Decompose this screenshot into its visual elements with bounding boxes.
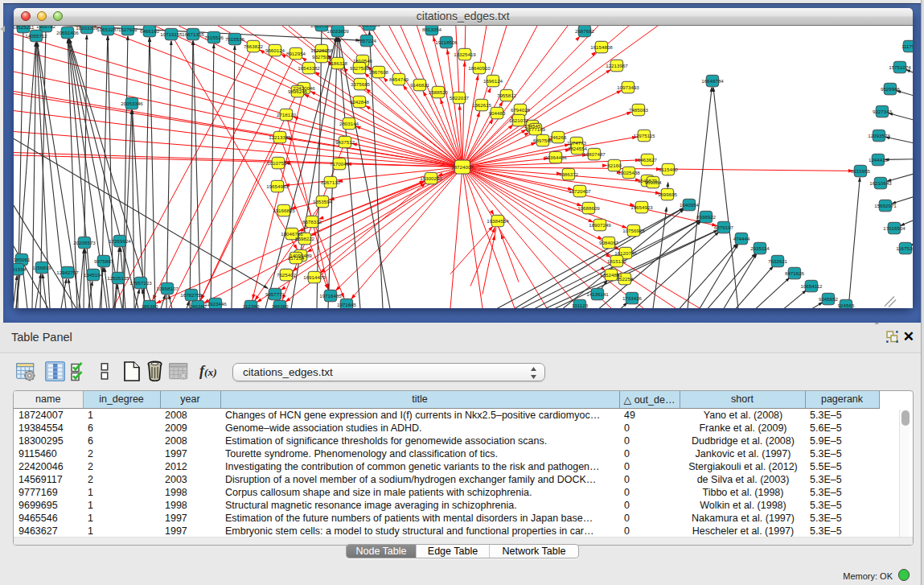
svg-text:9699695: 9699695 bbox=[658, 191, 678, 196]
svg-text:8471626: 8471626 bbox=[785, 270, 805, 275]
svg-text:17957223: 17957223 bbox=[129, 279, 152, 285]
svg-text:9975887: 9975887 bbox=[94, 257, 114, 263]
svg-text:8454749: 8454749 bbox=[389, 76, 409, 81]
svg-text:18907249: 18907249 bbox=[589, 221, 611, 227]
svg-text:252254: 252254 bbox=[617, 275, 634, 281]
svg-text:10025438: 10025438 bbox=[618, 169, 640, 175]
svg-text:19166825: 19166825 bbox=[273, 207, 295, 212]
svg-text:1909782: 1909782 bbox=[36, 26, 56, 29]
svg-text:9115460: 9115460 bbox=[659, 166, 678, 171]
svg-text:9146821: 9146821 bbox=[410, 81, 430, 87]
svg-text:7955812: 7955812 bbox=[497, 92, 517, 97]
svg-text:19654983: 19654983 bbox=[266, 183, 289, 188]
svg-text:16671355: 16671355 bbox=[182, 31, 204, 36]
svg-text:2687682: 2687682 bbox=[575, 27, 595, 33]
svg-text:7170046: 7170046 bbox=[330, 160, 350, 166]
svg-text:7663822: 7663822 bbox=[244, 43, 264, 48]
svg-text:1810546: 1810546 bbox=[353, 57, 373, 63]
svg-text:1733426: 1733426 bbox=[622, 295, 643, 300]
svg-text:62160: 62160 bbox=[607, 162, 622, 167]
svg-text:12923446: 12923446 bbox=[204, 300, 227, 306]
svg-text:9437512: 9437512 bbox=[335, 138, 355, 144]
svg-text:1362615: 1362615 bbox=[472, 101, 492, 107]
svg-text:12093573: 12093573 bbox=[868, 132, 890, 138]
svg-text:18203309: 18203309 bbox=[76, 26, 98, 31]
svg-text:8813054: 8813054 bbox=[422, 26, 442, 31]
svg-text:1345194: 1345194 bbox=[84, 271, 104, 277]
svg-text:9245652: 9245652 bbox=[819, 295, 839, 301]
svg-text:6879197: 6879197 bbox=[714, 224, 734, 229]
svg-text:15226058: 15226058 bbox=[310, 47, 333, 52]
svg-text:391594: 391594 bbox=[14, 266, 27, 271]
svg-text:10807487: 10807487 bbox=[583, 150, 606, 156]
svg-text:9777169: 9777169 bbox=[526, 126, 546, 131]
svg-text:10688609: 10688609 bbox=[577, 204, 600, 210]
svg-text:924565: 924565 bbox=[838, 302, 855, 307]
svg-text:331123: 331123 bbox=[572, 302, 589, 307]
svg-text:186380: 186380 bbox=[142, 303, 158, 307]
svg-text:1167534: 1167534 bbox=[896, 245, 912, 250]
svg-text:7632621: 7632621 bbox=[768, 257, 788, 263]
svg-text:14055712: 14055712 bbox=[25, 32, 47, 38]
svg-text:9227343: 9227343 bbox=[873, 108, 893, 113]
svg-text:2867608: 2867608 bbox=[369, 68, 389, 74]
svg-text:19218506: 19218506 bbox=[435, 39, 458, 44]
svg-text:1353594: 1353594 bbox=[313, 198, 333, 204]
svg-text:1527602: 1527602 bbox=[118, 26, 138, 31]
svg-text:12213967: 12213967 bbox=[606, 62, 628, 68]
svg-text:8938922: 8938922 bbox=[696, 213, 717, 219]
svg-text:8678332: 8678332 bbox=[302, 218, 322, 224]
svg-text:474444: 474444 bbox=[733, 235, 750, 241]
svg-text:12975115: 12975115 bbox=[633, 132, 655, 138]
svg-text:15751074: 15751074 bbox=[889, 64, 911, 69]
svg-text:111753: 111753 bbox=[901, 43, 912, 48]
svg-text:19716485: 19716485 bbox=[319, 292, 342, 298]
svg-text:1815132: 1815132 bbox=[607, 257, 627, 263]
svg-text:969884: 969884 bbox=[645, 179, 662, 184]
svg-text:10107554: 10107554 bbox=[267, 159, 290, 165]
svg-text:10973493: 10973493 bbox=[617, 84, 639, 89]
svg-text:19654923: 19654923 bbox=[630, 204, 653, 209]
svg-text:6466160: 6466160 bbox=[140, 27, 160, 33]
svg-text:2803144: 2803144 bbox=[339, 120, 359, 126]
svg-text:20053346: 20053346 bbox=[121, 100, 143, 105]
svg-text:9242848: 9242848 bbox=[350, 98, 370, 104]
svg-text:6794028: 6794028 bbox=[511, 106, 531, 112]
svg-text:7515526: 7515526 bbox=[204, 34, 224, 39]
svg-text:21026853: 21026853 bbox=[358, 26, 380, 27]
svg-text:8267130: 8267130 bbox=[321, 179, 341, 184]
svg-text:7386372: 7386372 bbox=[559, 171, 579, 176]
svg-text:1274773: 1274773 bbox=[567, 139, 587, 145]
svg-text:3824554: 3824554 bbox=[568, 145, 588, 150]
svg-text:7857224: 7857224 bbox=[357, 37, 377, 43]
svg-text:12942757: 12942757 bbox=[56, 269, 79, 274]
svg-text:16033809: 16033809 bbox=[326, 27, 349, 33]
svg-text:1696124: 1696124 bbox=[483, 77, 503, 83]
svg-text:18525211: 18525211 bbox=[14, 26, 35, 30]
svg-text:1156819: 1156819 bbox=[32, 264, 51, 270]
svg-text:20206573: 20206573 bbox=[73, 239, 96, 245]
svg-text:2718120: 2718120 bbox=[277, 111, 297, 117]
svg-text:5822037: 5822037 bbox=[450, 94, 470, 100]
svg-text:9657771: 9657771 bbox=[265, 290, 285, 296]
svg-text:13325419: 13325419 bbox=[454, 51, 476, 56]
svg-text:10958107: 10958107 bbox=[156, 285, 179, 290]
svg-text:15692971: 15692971 bbox=[874, 202, 897, 208]
svg-text:20691406: 20691406 bbox=[56, 29, 79, 35]
svg-text:2935114: 2935114 bbox=[750, 245, 770, 250]
svg-text:9327508: 9327508 bbox=[350, 64, 370, 70]
svg-text:6897568: 6897568 bbox=[533, 137, 553, 142]
svg-text:16120746: 16120746 bbox=[614, 249, 637, 255]
svg-text:19384554: 19384554 bbox=[487, 217, 509, 223]
svg-text:8912954: 8912954 bbox=[286, 50, 306, 56]
svg-text:16782759: 16782759 bbox=[180, 291, 203, 297]
svg-text:17359924: 17359924 bbox=[109, 237, 131, 243]
svg-text:257254: 257254 bbox=[288, 254, 305, 260]
svg-text:1971645: 1971645 bbox=[337, 301, 357, 307]
svg-text:12505135: 12505135 bbox=[107, 274, 129, 280]
svg-text:15720407: 15720407 bbox=[569, 187, 591, 193]
svg-text:1244413: 1244413 bbox=[869, 156, 889, 162]
svg-text:16210643: 16210643 bbox=[869, 179, 892, 185]
svg-text:16154808: 16154808 bbox=[590, 43, 613, 49]
svg-text:7515536: 7515536 bbox=[225, 35, 245, 41]
